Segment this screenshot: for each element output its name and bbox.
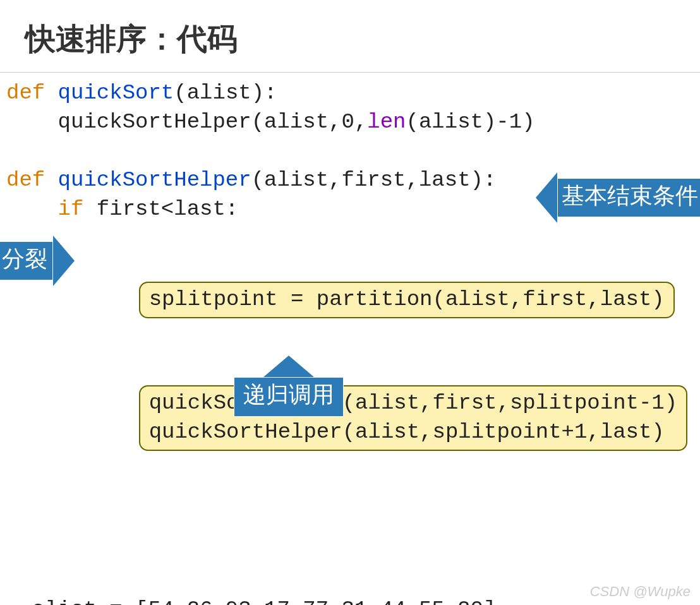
keyword-def: def — [6, 168, 45, 192]
code-text: first<last: — [97, 197, 238, 221]
code-text: (alist)-1) — [406, 110, 535, 134]
blank-line — [6, 224, 694, 253]
recursive-call-1: quickSortHelper(alist,first,splitpoint-1… — [149, 391, 678, 415]
annotation-split-label: 分裂 — [0, 241, 53, 280]
arrow-up-icon — [263, 356, 314, 377]
blank-line — [6, 480, 694, 509]
keyword-if: if — [6, 197, 97, 221]
annotation-base-case: 基本结束条件 — [536, 172, 700, 223]
code-line-2: quickSortHelper(alist,0,len(alist)-1) — [6, 108, 694, 137]
code-text: (alist,first,last): — [251, 168, 497, 192]
recursive-call-2: quickSortHelper(alist,splitpoint+1,last) — [149, 420, 665, 444]
spacer — [6, 347, 694, 356]
annotation-split: 分裂 — [0, 236, 75, 286]
code-text: (alist): — [174, 81, 277, 105]
blank-line — [6, 537, 694, 566]
code-line-5: splitpoint = partition(alist,first,last) — [6, 253, 694, 347]
func-quicksorthelper: quickSortHelper — [45, 168, 251, 192]
code-line-6: quickSortHelper(alist,first,splitpoint-1… — [6, 356, 694, 480]
watermark: CSDN @Wupke — [590, 584, 691, 600]
annotation-recursive: 递归调用 — [234, 356, 344, 417]
annotation-base-case-label: 基本结束条件 — [557, 178, 700, 217]
func-quicksort: quickSort — [45, 81, 174, 105]
arrow-left-icon — [536, 172, 557, 223]
arrow-right-icon — [53, 236, 75, 286]
keyword-def: def — [6, 81, 45, 105]
code-line-1: def quickSort(alist): — [6, 79, 694, 108]
code-block: def quickSort(alist): quickSortHelper(al… — [0, 73, 700, 605]
highlight-splitpoint: splitpoint = partition(alist,first,last) — [139, 282, 675, 318]
highlight-recursive: quickSortHelper(alist,first,splitpoint-1… — [139, 385, 688, 451]
code-text: quickSortHelper(alist,0, — [6, 110, 367, 134]
code-text: alist = [54,26,93,17,77,31,44,55,20] — [6, 597, 496, 605]
builtin-len: len — [367, 110, 406, 134]
page-title: 快速排序：代码 — [0, 0, 700, 72]
blank-line — [6, 508, 694, 537]
blank-line — [6, 137, 694, 166]
annotation-recursive-label: 递归调用 — [234, 377, 344, 417]
